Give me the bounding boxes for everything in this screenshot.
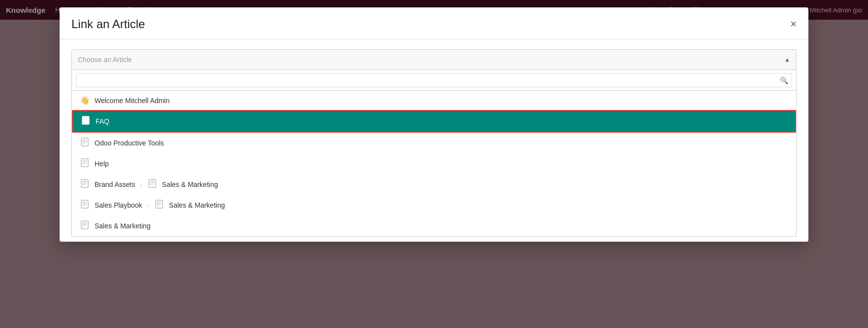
doc-icon [80, 220, 90, 231]
parent-doc-icon [154, 200, 164, 211]
svg-rect-0 [82, 116, 89, 124]
svg-rect-28 [81, 221, 88, 229]
select-placeholder: Choose an Article [78, 56, 132, 64]
item-label: Welcome Mitchell Admin [95, 97, 169, 105]
svg-rect-4 [81, 138, 88, 146]
list-item[interactable]: Brand Assets - Sales & Marketing [72, 174, 796, 195]
list-item[interactable]: Help [72, 153, 796, 174]
doc-icon [81, 116, 91, 127]
search-icon: 🔍 [780, 76, 788, 84]
wave-icon: 👋 [80, 96, 90, 105]
doc-icon [80, 138, 90, 148]
modal-header: Link an Article × [60, 7, 808, 39]
article-select-container: Choose an Article ▲ 🔍 👋 Welcome Mitchell… [71, 49, 797, 237]
svg-rect-20 [81, 200, 88, 208]
parent-label: Sales & Marketing [162, 181, 218, 188]
list-item[interactable]: Sales & Marketing [72, 216, 796, 236]
item-separator: - [140, 181, 142, 188]
doc-icon [80, 158, 90, 169]
parent-label: Sales & Marketing [169, 201, 225, 209]
dropdown-search-area: 🔍 [71, 70, 797, 91]
svg-rect-16 [149, 180, 156, 187]
link-article-modal: Link an Article × Choose an Article ▲ 🔍 … [60, 7, 808, 242]
modal-body: Choose an Article ▲ 🔍 👋 Welcome Mitchell… [60, 39, 808, 242]
list-item[interactable]: Sales Playbook - Sales & Marketing [72, 195, 796, 216]
list-item[interactable]: 👋 Welcome Mitchell Admin [72, 91, 796, 110]
search-input-wrapper: 🔍 [76, 73, 792, 87]
item-label: FAQ [96, 117, 109, 125]
svg-rect-12 [81, 180, 88, 187]
item-label: Odoo Productive Tools [95, 139, 164, 147]
item-label: Sales & Marketing [95, 222, 151, 230]
svg-rect-24 [156, 200, 163, 208]
item-label: Sales Playbook [95, 201, 142, 209]
parent-doc-icon [147, 179, 157, 190]
doc-icon [80, 200, 90, 211]
item-separator: - [147, 202, 149, 209]
item-label: Brand Assets [95, 181, 135, 188]
close-button[interactable]: × [790, 19, 797, 30]
chevron-up-icon: ▲ [784, 56, 790, 63]
article-select-box[interactable]: Choose an Article ▲ [71, 49, 797, 70]
list-item-faq[interactable]: FAQ [72, 110, 796, 133]
item-label: Help [95, 160, 109, 168]
modal-title: Link an Article [71, 17, 145, 31]
search-input[interactable] [76, 73, 792, 87]
dropdown-list: 👋 Welcome Mitchell Admin FAQ [71, 91, 797, 237]
svg-rect-8 [81, 159, 88, 167]
doc-icon [80, 179, 90, 190]
list-item[interactable]: Odoo Productive Tools [72, 133, 796, 153]
